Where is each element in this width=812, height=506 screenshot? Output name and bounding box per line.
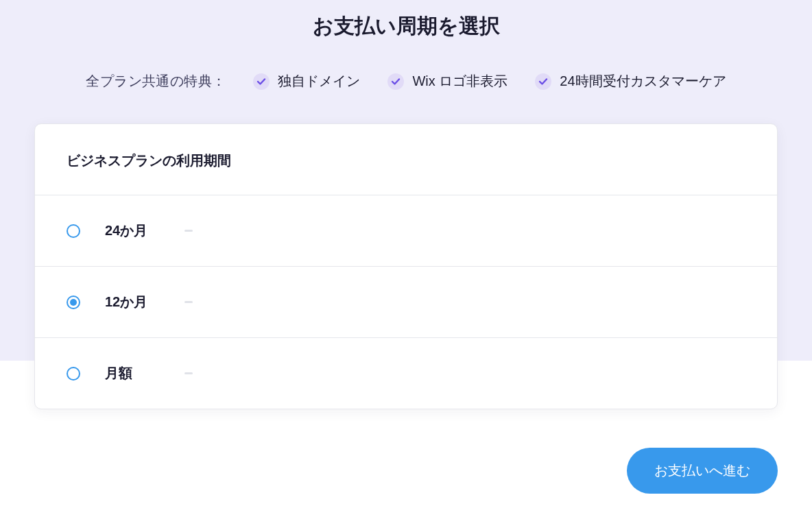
- benefit-text: Wix ロゴ非表示: [412, 72, 508, 91]
- benefit-item: 24時間受付カスタマーケア: [535, 72, 726, 91]
- check-icon: [387, 73, 404, 90]
- radio-icon: [67, 296, 80, 309]
- page-title: お支払い周期を選択: [0, 12, 812, 40]
- benefits-label: 全プラン共通の特典：: [86, 72, 226, 91]
- benefit-text: 独自ドメイン: [278, 72, 360, 91]
- option-label: 12か月: [105, 293, 180, 311]
- benefits-row: 全プラン共通の特典： 独自ドメイン Wix ロゴ非表示 24時間受付カスタマーケ…: [0, 72, 812, 91]
- option-label: 24か月: [105, 221, 180, 240]
- placeholder-dash: [184, 372, 193, 374]
- option-label: 月額: [105, 364, 180, 383]
- radio-icon: [67, 367, 80, 381]
- benefit-item: 独自ドメイン: [253, 72, 360, 91]
- option-monthly[interactable]: 月額: [35, 337, 777, 409]
- proceed-to-payment-button[interactable]: お支払いへ進む: [627, 448, 778, 494]
- radio-icon: [67, 224, 80, 238]
- placeholder-dash: [184, 230, 193, 232]
- placeholder-dash: [184, 301, 193, 303]
- billing-cycle-card: ビジネスプランの利用期間 24か月 12か月 月額: [34, 123, 778, 409]
- card-title: ビジネスプランの利用期間: [35, 124, 777, 195]
- benefit-item: Wix ロゴ非表示: [387, 72, 508, 91]
- option-12-months[interactable]: 12か月: [35, 266, 777, 337]
- benefit-text: 24時間受付カスタマーケア: [560, 72, 726, 91]
- option-24-months[interactable]: 24か月: [35, 195, 777, 266]
- check-icon: [535, 73, 551, 90]
- check-icon: [253, 73, 270, 90]
